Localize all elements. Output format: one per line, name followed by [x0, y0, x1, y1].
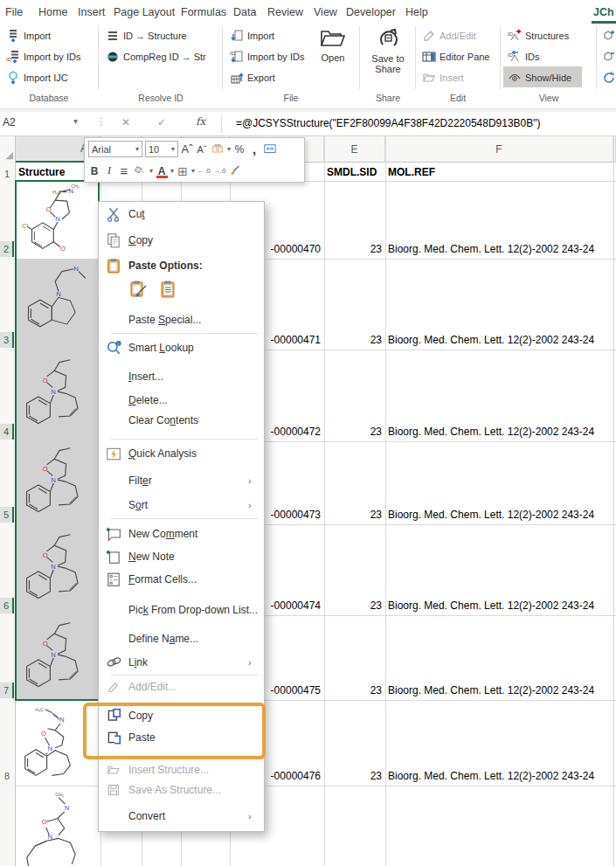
menu-item-paste-special[interactable]: Paste Special... — [99, 308, 264, 331]
menu-item-filter[interactable]: Filter› — [99, 469, 264, 492]
cell-sid-r5[interactable]: 23 — [324, 507, 382, 523]
editor-pane-button[interactable]: Editor Pane — [421, 48, 489, 66]
cell-ref-r3[interactable]: Bioorg. Med. Chem. Lett. 12(2)-2002 243-… — [388, 332, 613, 348]
structure-image-r2[interactable]: Cl O N O N CH₃ H₃C — [17, 184, 99, 257]
tab-formulas[interactable]: Formulas — [181, 3, 226, 21]
menu-item-define-name[interactable]: Define Name... — [99, 627, 264, 650]
tab-review[interactable]: Review — [267, 3, 303, 21]
formula-bar-handle-icon[interactable]: ⋮ — [96, 115, 107, 128]
menu-item-new-comment[interactable]: New Comment — [99, 523, 264, 545]
italic-button[interactable]: I — [103, 163, 115, 179]
cell-ref-r4[interactable]: Bioorg. Med. Chem. Lett. 12(2)-2002 243-… — [388, 424, 613, 440]
tab-jchem[interactable]: JCh — [593, 3, 614, 21]
bold-button[interactable]: B — [88, 163, 100, 179]
row-header-4[interactable]: 4 — [0, 424, 14, 440]
structure-image-r9[interactable]: CH₃ N O N — [17, 789, 99, 866]
name-box-caret-icon[interactable]: ▾ — [73, 116, 78, 126]
menu-item-copy[interactable]: Copy — [99, 229, 264, 252]
enter-icon[interactable]: ✓ — [157, 116, 166, 128]
tab-page-layout[interactable]: Page Layout — [114, 3, 175, 21]
file-import-by-ids-button[interactable]: IDImport by IDs — [229, 48, 304, 66]
font-name-select[interactable]: Arial▾ — [88, 141, 142, 157]
row-header-1[interactable]: 1 — [0, 166, 14, 182]
cancel-icon[interactable]: ✕ — [121, 116, 130, 128]
menu-item-sort[interactable]: Sort› — [99, 494, 264, 516]
tab-view[interactable]: View — [314, 3, 337, 21]
select-all-corner[interactable]: ◢ — [0, 136, 16, 163]
menu-item-convert[interactable]: Convert› — [99, 805, 264, 828]
font-color-button[interactable]: A — [156, 163, 168, 179]
save-to-share-button[interactable]: Save to Share — [363, 27, 412, 74]
remove-structure-button[interactable] — [601, 48, 616, 66]
show-hide-button[interactable]: Show/Hide — [507, 69, 571, 87]
menu-item-link[interactable]: Link› — [99, 651, 264, 674]
structure-image-r7[interactable]: N O — [17, 619, 99, 697]
name-box[interactable]: A2 — [3, 116, 16, 128]
header-mol-ref[interactable]: MOL.REF — [388, 164, 435, 180]
format-painter-button[interactable] — [228, 163, 242, 179]
add-structure-button[interactable] — [601, 27, 616, 45]
cell-sid-r2[interactable]: 23 — [324, 241, 382, 257]
cell-ref-r6[interactable]: Bioorg. Med. Chem. Lett. 12(2)-2002 243-… — [388, 598, 613, 613]
caret-down-icon[interactable]: ▾ — [227, 145, 231, 153]
menu-item-insert[interactable]: Insert... — [99, 365, 264, 388]
header-structure[interactable]: Structure — [18, 164, 65, 180]
comma-style-button[interactable]: , — [248, 141, 260, 157]
structures-button[interactable]: IDStructures — [507, 27, 569, 45]
structure-image-r4[interactable]: N O — [17, 353, 99, 437]
file-import-button[interactable]: Import — [229, 27, 274, 45]
menu-item-quick-analysis[interactable]: Quick Analysis — [99, 442, 264, 465]
row-header-8[interactable]: 8 — [0, 768, 14, 784]
cell-ref-r7[interactable]: Bioorg. Med. Chem. Lett. 12(2)-2002 243-… — [388, 682, 613, 698]
menu-item-smart-lookup[interactable]: iSmart Lookup — [99, 336, 264, 359]
tab-developer[interactable]: Developer — [346, 3, 396, 21]
caret-down-icon[interactable]: ▾ — [191, 167, 195, 175]
cell-ref-r5[interactable]: Bioorg. Med. Chem. Lett. 12(2)-2002 243-… — [388, 507, 613, 523]
column-header-e[interactable]: E — [324, 136, 385, 163]
font-size-select[interactable]: 10▾ — [145, 141, 178, 157]
accounting-format-button[interactable] — [211, 141, 225, 157]
tab-insert[interactable]: Insert — [78, 3, 105, 21]
tab-data[interactable]: Data — [233, 3, 256, 21]
cell-sid-r7[interactable]: 23 — [324, 682, 382, 698]
menu-item-cut[interactable]: Cut — [99, 203, 264, 225]
fill-color-button[interactable] — [133, 163, 147, 179]
cell-sid-r6[interactable]: 23 — [324, 598, 382, 613]
percent-style-button[interactable]: % — [233, 141, 246, 157]
shrink-font-button[interactable]: Aˇ — [196, 141, 208, 157]
borders-button[interactable]: ⊞ — [176, 163, 189, 179]
export-button[interactable]: Export — [229, 69, 275, 87]
tab-help[interactable]: Help — [405, 3, 428, 21]
grow-font-button[interactable]: Aˆ — [181, 141, 193, 157]
formula-input[interactable]: =@JCSYSStructure("EF2F80099A4F38F42D2220… — [236, 117, 541, 129]
paste-values-option[interactable] — [158, 279, 179, 300]
refresh-button[interactable] — [601, 69, 616, 87]
caret-down-icon[interactable]: ▾ — [149, 167, 153, 175]
id-to-structure-button[interactable]: ID → Structure — [105, 27, 187, 45]
import-ijc-button[interactable]: Import IJC — [5, 69, 68, 87]
header-smdl-sid[interactable]: SMDL.SID — [327, 164, 377, 180]
import-by-ids-button[interactable]: IDImport by IDs — [5, 48, 80, 66]
tab-file[interactable]: File — [5, 3, 23, 21]
increase-decimal-button[interactable]: ←.0 — [197, 163, 211, 179]
row-header-6[interactable]: 6 — [0, 598, 14, 613]
cell-ref-r2[interactable]: Bioorg. Med. Chem. Lett. 12(2)-2002 243-… — [388, 241, 613, 257]
tab-home[interactable]: Home — [38, 3, 67, 21]
menu-item-clear-contents[interactable]: Clear Contents — [99, 409, 264, 432]
cell-sid-r3[interactable]: 23 — [324, 332, 382, 348]
structure-image-r5[interactable]: N O — [17, 445, 99, 522]
cell-sid-r4[interactable]: 23 — [324, 424, 382, 440]
open-button[interactable]: Open — [311, 27, 355, 63]
cell-sid-r8[interactable]: 23 — [324, 768, 382, 784]
menu-item-pick-from-list[interactable]: Pick From Drop-down List... — [99, 599, 264, 621]
row-header-3[interactable]: 3 — [0, 332, 14, 348]
merge-center-button[interactable] — [263, 141, 277, 157]
decrease-decimal-button[interactable]: →.0 — [213, 163, 226, 179]
column-header-f[interactable]: F — [385, 136, 613, 163]
structure-image-r6[interactable]: N O — [17, 528, 99, 612]
menu-item-format-cells[interactable]: Format Cells... — [99, 568, 264, 591]
menu-item-new-note[interactable]: New Note — [99, 545, 264, 568]
row-header-5[interactable]: 5 — [0, 507, 14, 523]
import-button[interactable]: Import — [5, 27, 51, 45]
paste-keep-formatting-option[interactable] — [128, 279, 149, 300]
